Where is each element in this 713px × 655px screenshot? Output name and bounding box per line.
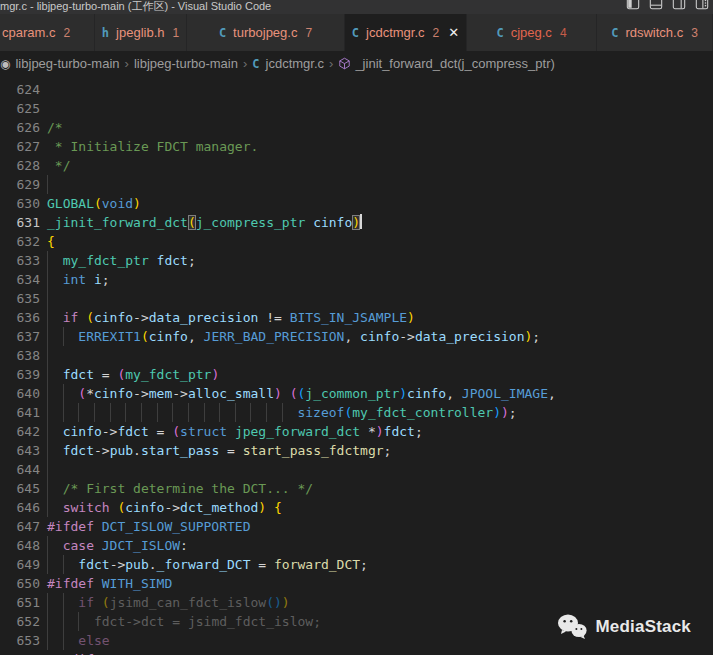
code-token: ; — [384, 443, 392, 458]
code-token: fdct — [63, 443, 94, 458]
code-line-647[interactable]: 647#ifdef DCT_ISLOW_SUPPORTED — [0, 517, 713, 536]
code-token — [47, 500, 63, 515]
breadcrumb-separator-icon: › — [243, 56, 247, 71]
breadcrumb-item[interactable]: ◉libjpeg-turbo-main — [3, 56, 120, 71]
code-token: BITS_IN_JSAMPLE — [290, 310, 407, 325]
line-content: case JDCT_ISLOW: — [47, 536, 713, 555]
code-line-649[interactable]: 649 fdct->pub._forward_DCT = forward_DCT… — [0, 555, 713, 574]
code-token — [266, 500, 274, 515]
code-line-637[interactable]: 637 ERREXIT1(cinfo, JERR_BAD_PRECISION, … — [0, 327, 713, 346]
code-token: ) — [274, 595, 282, 610]
code-line-638[interactable]: 638 — [0, 346, 713, 365]
toggle-primary-sidebar-icon[interactable] — [626, 0, 640, 10]
code-line-625[interactable]: 625 — [0, 99, 713, 118]
code-token: if — [78, 595, 94, 610]
tab-rdswitch.c[interactable]: Crdswitch.c3 — [597, 14, 713, 51]
code-line-654[interactable]: 654#endif — [0, 650, 713, 655]
tab-problems-badge: 2 — [63, 26, 70, 40]
code-token: j_compress_ptr — [196, 215, 306, 230]
code-line-632[interactable]: 632{ — [0, 232, 713, 251]
code-token: pub — [125, 557, 148, 572]
code-token: ; — [188, 253, 196, 268]
code-token: ) — [376, 424, 384, 439]
line-number: 632 — [0, 232, 40, 251]
code-line-634[interactable]: 634 int i; — [0, 270, 713, 289]
code-line-624[interactable]: 624 — [0, 80, 713, 99]
line-number: 653 — [0, 631, 40, 650]
code-line-635[interactable]: 635 — [0, 289, 713, 308]
code-line-627[interactable]: 627 * Initialize FDCT manager. — [0, 137, 713, 156]
code-line-639[interactable]: 639 fdct = (my_fdct_ptr) — [0, 365, 713, 384]
code-editor[interactable]: 624625626/*627 * Initialize FDCT manager… — [0, 76, 713, 655]
code-token: cinfo — [63, 424, 102, 439]
code-line-640[interactable]: 640 (*cinfo->mem->alloc_small) ((j_commo… — [0, 384, 713, 403]
code-token: ( — [94, 196, 102, 211]
code-token: cinfo — [125, 500, 164, 515]
code-line-648[interactable]: 648 case JDCT_ISLOW: — [0, 536, 713, 555]
titlebar-layout-controls — [626, 0, 709, 10]
breadcrumb-item[interactable]: ›libjpeg-turbo-main — [120, 56, 238, 71]
code-token: data_precision — [149, 310, 259, 325]
code-token: sizeof — [297, 405, 344, 420]
code-token: ; — [532, 329, 540, 344]
line-number: 645 — [0, 479, 40, 498]
code-line-626[interactable]: 626/* — [0, 118, 713, 137]
code-token: ) — [258, 500, 266, 515]
code-token: pub — [110, 443, 133, 458]
code-token: */ — [47, 158, 70, 173]
line-number: 624 — [0, 80, 40, 99]
code-line-631[interactable]: 631_jinit_forward_dct(j_compress_ptr cin… — [0, 213, 713, 232]
code-line-651[interactable]: 651 if (jsimd_can_fdct_islow()) — [0, 593, 713, 612]
code-token: cinfo — [360, 329, 399, 344]
toggle-panel-icon[interactable] — [649, 0, 663, 10]
code-token: /* First determine the DCT... */ — [63, 481, 313, 496]
c-file-icon: C — [611, 26, 618, 40]
code-token: ) — [407, 310, 415, 325]
code-line-636[interactable]: 636 if (cinfo->data_precision != BITS_IN… — [0, 308, 713, 327]
code-line-628[interactable]: 628 */ — [0, 156, 713, 175]
line-content: (*cinfo->mem->alloc_small) ((j_common_pt… — [47, 384, 713, 403]
tab-label: jcdctmgr.c — [366, 25, 425, 40]
code-line-650[interactable]: 650#ifdef WITH_SIMD — [0, 574, 713, 593]
line-content: _jinit_forward_dct(j_compress_ptr cinfo) — [47, 213, 713, 232]
code-line-633[interactable]: 633 my_fdct_ptr fdct; — [0, 251, 713, 270]
code-token — [266, 557, 274, 572]
tab-jcdctmgr.c[interactable]: Cjcdctmgr.c2✕ — [345, 14, 467, 51]
vscode-window: mgr.c - libjpeg-turbo-main (工作区) - Visua… — [0, 0, 713, 655]
code-line-630[interactable]: 630GLOBAL(void) — [0, 194, 713, 213]
line-number: 642 — [0, 422, 40, 441]
breadcrumb-item[interactable]: ›_jinit_forward_dct(j_compress_ptr) — [324, 56, 555, 71]
header-file-icon: h — [102, 26, 109, 40]
code-token: jsimd_fdct_islow — [188, 614, 313, 629]
code-line-642[interactable]: 642 cinfo->fdct = (struct jpeg_forward_d… — [0, 422, 713, 441]
tab-jpeglib.h[interactable]: hjpeglib.h1 — [95, 14, 187, 51]
code-token — [94, 519, 102, 534]
tab-cjpeg.c[interactable]: Ccjpeg.c4 — [467, 14, 597, 51]
code-line-641[interactable]: 641 sizeof(my_fdct_controller)); — [0, 403, 713, 422]
code-line-643[interactable]: 643 fdct->pub.start_pass = start_pass_fd… — [0, 441, 713, 460]
code-token: * Initialize FDCT manager. — [47, 139, 258, 154]
code-line-644[interactable]: 644 — [0, 460, 713, 479]
tab-cparam.c[interactable]: cparam.c2 — [0, 14, 95, 51]
code-token: jpeg_forward_dct — [235, 424, 360, 439]
code-token — [47, 481, 63, 496]
line-number: 649 — [0, 555, 40, 574]
toggle-secondary-sidebar-icon[interactable] — [672, 0, 686, 10]
code-token: i — [94, 272, 102, 287]
code-token: fdct — [63, 367, 94, 382]
code-line-629[interactable]: 629 — [0, 175, 713, 194]
code-token: fdct — [384, 424, 415, 439]
code-line-646[interactable]: 646 switch (cinfo->dct_method) { — [0, 498, 713, 517]
customize-layout-icon[interactable] — [695, 0, 709, 10]
code-line-645[interactable]: 645 /* First determine the DCT... */ — [0, 479, 713, 498]
tab-problems-badge: 7 — [305, 26, 312, 40]
line-number: 630 — [0, 194, 40, 213]
line-number: 634 — [0, 270, 40, 289]
line-number: 646 — [0, 498, 40, 517]
code-token — [282, 386, 290, 401]
line-content — [47, 460, 713, 479]
code-token: , — [548, 386, 556, 401]
tab-turbojpeg.c[interactable]: Cturbojpeg.c7 — [187, 14, 345, 51]
breadcrumb-item[interactable]: ›Cjcdctmgr.c — [238, 56, 324, 71]
tab-close-icon[interactable]: ✕ — [448, 25, 459, 40]
